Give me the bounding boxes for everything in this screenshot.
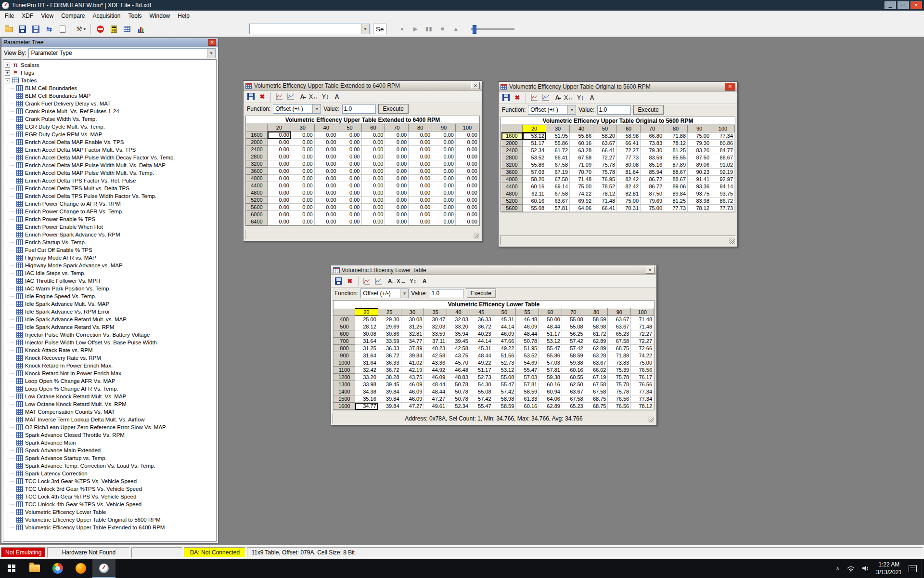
table-cell[interactable]: 50.78: [516, 338, 539, 345]
table-cell[interactable]: 57.42: [562, 338, 585, 345]
table-cell[interactable]: 66.41: [546, 154, 570, 161]
table-cell[interactable]: 60.16: [516, 403, 539, 410]
table-cell[interactable]: 55.86: [523, 161, 546, 169]
table-cell[interactable]: 57.03: [516, 374, 539, 381]
tree-item[interactable]: Knock Retard Not In Power Enrich Max.: [3, 369, 216, 377]
table-cell[interactable]: 58.20: [593, 132, 617, 140]
table-cell[interactable]: 93.75: [711, 190, 735, 197]
table-cell[interactable]: 67.58: [546, 161, 570, 169]
col-header[interactable]: 70: [385, 124, 409, 131]
tree-item[interactable]: TCC Lock 3rd Gear %TPS Vs. Vehicle Speed: [3, 477, 216, 485]
table-cell[interactable]: 0.00: [432, 182, 456, 189]
table-cell[interactable]: 32.03: [424, 323, 447, 330]
table-cell[interactable]: 43.75: [401, 374, 424, 381]
row-header[interactable]: 4800: [501, 190, 523, 197]
show-desktop-button[interactable]: [922, 559, 924, 578]
col-header[interactable]: 20: [523, 125, 546, 132]
firefox-icon[interactable]: [69, 559, 92, 578]
table-cell[interactable]: 0.00: [314, 211, 338, 218]
table-cell[interactable]: 61.72: [585, 330, 608, 338]
table-cell[interactable]: 35.94: [447, 330, 470, 338]
table-cell[interactable]: 0.00: [291, 189, 314, 197]
table-cell[interactable]: 55.47: [516, 367, 539, 374]
table-cell[interactable]: 60.16: [570, 140, 593, 147]
table-cell[interactable]: 61.33: [516, 395, 539, 403]
table-cell[interactable]: 0.00: [338, 218, 361, 225]
flip-x-axis-icon[interactable]: X↔: [564, 93, 574, 103]
table-cell[interactable]: 63.67: [608, 323, 631, 330]
table-cell[interactable]: 85.94: [641, 169, 664, 176]
col-header[interactable]: 80: [409, 124, 432, 131]
tree-item[interactable]: Enrich Accel Delta TPS Factor Vs. Ref. P…: [3, 177, 216, 184]
table-cell[interactable]: 0.00: [338, 189, 361, 197]
table-cell[interactable]: 0.00: [291, 139, 314, 146]
table-cell[interactable]: 29.30: [378, 316, 401, 323]
row-header[interactable]: 6400: [246, 218, 268, 225]
table-cell[interactable]: 31.25: [355, 345, 378, 352]
table-cell[interactable]: 86.72: [641, 183, 664, 190]
tree-item[interactable]: Low Octane Knock Retard Mult. Vs. MAP: [3, 393, 216, 400]
table-cell[interactable]: 0.00: [409, 160, 432, 168]
table-cell[interactable]: 32.81: [401, 330, 424, 338]
table-cell[interactable]: 0.00: [456, 197, 479, 204]
table-cell[interactable]: 0.00: [456, 204, 479, 211]
table-cell[interactable]: 57.81: [516, 381, 539, 388]
col-header[interactable]: 30: [291, 124, 314, 131]
table-cell[interactable]: 75.00: [631, 359, 654, 367]
table-cell[interactable]: 0.00: [385, 197, 409, 204]
value-input[interactable]: [430, 289, 463, 298]
table-cell[interactable]: 63.67: [608, 316, 631, 323]
table-cell[interactable]: 51.56: [493, 352, 516, 359]
col-header[interactable]: 30: [401, 309, 424, 316]
tree-item[interactable]: O2 Rich/Lean Upper Zero Reference Error …: [3, 423, 216, 431]
close-button[interactable]: ✕: [911, 1, 922, 9]
table-cell[interactable]: 0.00: [432, 197, 456, 204]
tree-item[interactable]: IAC Idle Steps vs. Temp.: [3, 269, 216, 277]
table-cell[interactable]: 61.72: [546, 147, 570, 154]
table-cell[interactable]: 63.67: [585, 359, 608, 367]
table-cell[interactable]: 71.09: [570, 161, 593, 169]
table-cell[interactable]: 64.06: [539, 395, 562, 403]
table-cell[interactable]: 48.44: [424, 388, 447, 395]
table-cell[interactable]: 0.00: [314, 146, 338, 153]
table-cell[interactable]: 35.16: [355, 395, 378, 403]
tree-item[interactable]: TCC Lock 4th Gear %TPS Vs. Vehicle Speed: [3, 493, 216, 500]
table-cell[interactable]: 71.48: [631, 316, 654, 323]
table-cell[interactable]: 0.00: [338, 160, 361, 168]
table-cell[interactable]: 0.00: [338, 204, 361, 211]
tree-item[interactable]: Enrich Accel Delta TPS Pulse Width Facto…: [3, 192, 216, 200]
table-cell[interactable]: 62.89: [539, 403, 562, 410]
table-cell[interactable]: 0.00: [361, 197, 385, 204]
tree-item[interactable]: Knock Retard In Power Enrich Max.: [3, 362, 216, 369]
table-cell[interactable]: 67.58: [546, 176, 570, 183]
row-header[interactable]: 3600: [501, 169, 523, 176]
flip-x-axis-icon[interactable]: X↔: [397, 276, 406, 286]
table-cell[interactable]: 33.59: [424, 330, 447, 338]
tree-item[interactable]: EGR Duty Cycle Mult. Vs. Temp.: [3, 123, 216, 131]
table-cell[interactable]: 0.00: [361, 139, 385, 146]
table-cell[interactable]: 49.22: [470, 359, 493, 367]
table-cell[interactable]: 71.88: [608, 352, 631, 359]
table-cell[interactable]: 30.08: [401, 316, 424, 323]
table-cell[interactable]: 0.00: [291, 197, 314, 204]
table-cell[interactable]: 0.00: [361, 131, 385, 139]
table-cell[interactable]: 93.75: [688, 190, 711, 197]
table-cell[interactable]: 0.00: [432, 211, 456, 218]
resize-grip[interactable]: [474, 233, 479, 238]
row-header[interactable]: 800: [334, 345, 355, 352]
table-cell[interactable]: 0.00: [432, 153, 456, 160]
table-cell[interactable]: 73.83: [641, 140, 664, 147]
table-cell[interactable]: 74.22: [570, 190, 593, 197]
col-header[interactable]: 60: [361, 124, 385, 131]
table-cell[interactable]: 72.27: [631, 338, 654, 345]
row-header[interactable]: 1600: [334, 403, 355, 410]
execute-button[interactable]: Execute: [378, 104, 409, 114]
table-cell[interactable]: 67.58: [546, 190, 570, 197]
table-cell[interactable]: 56.25: [562, 330, 585, 338]
table-cell[interactable]: 55.08: [562, 316, 585, 323]
menu-acquisition[interactable]: Acquisition: [89, 11, 125, 21]
table-cell[interactable]: 0.00: [361, 204, 385, 211]
table-cell[interactable]: 51.17: [539, 330, 562, 338]
tree-item[interactable]: Spark Advance Main Extended: [3, 447, 216, 454]
table-cell[interactable]: 51.95: [516, 345, 539, 352]
